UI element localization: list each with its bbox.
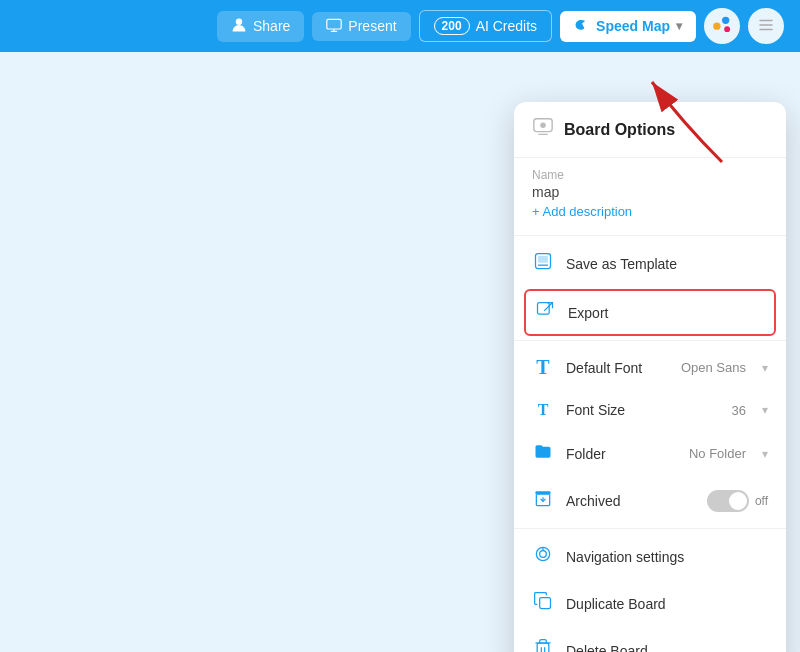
svg-rect-8	[759, 24, 773, 26]
ai-credits-count: 200	[434, 17, 470, 35]
svg-rect-1	[327, 19, 341, 29]
add-description-button[interactable]: + Add description	[532, 204, 768, 219]
present-label: Present	[348, 18, 396, 34]
duplicate-board-icon	[532, 591, 554, 616]
folder-icon	[532, 441, 554, 466]
board-options-icon	[757, 16, 775, 37]
svg-rect-9	[759, 28, 773, 30]
user-avatar-button[interactable]	[704, 8, 740, 44]
speed-map-button[interactable]: Speed Map ▾	[560, 11, 696, 42]
navigation-settings-icon	[532, 544, 554, 569]
name-section: Name map + Add description	[514, 158, 786, 231]
share-icon	[231, 17, 247, 36]
svg-point-4	[713, 22, 720, 29]
present-button[interactable]: Present	[312, 12, 410, 41]
default-font-arrow: ▾	[762, 361, 768, 375]
export-icon	[534, 300, 556, 325]
svg-line-17	[544, 303, 552, 311]
font-size-value: 36	[732, 403, 746, 418]
present-icon	[326, 18, 342, 35]
export-item[interactable]: Export	[524, 289, 776, 336]
svg-point-5	[722, 16, 729, 23]
default-font-value: Open Sans	[681, 360, 746, 375]
svg-point-12	[540, 122, 546, 128]
svg-point-0	[236, 18, 242, 24]
save-template-icon	[532, 251, 554, 276]
ai-credits-label: AI Credits	[476, 18, 537, 34]
speed-map-icon	[574, 17, 590, 36]
duplicate-board-item[interactable]: Duplicate Board	[514, 580, 786, 627]
save-template-item[interactable]: Save as Template	[514, 240, 786, 287]
main-content: Board Options Name map + Add description…	[0, 52, 800, 652]
svg-point-21	[540, 551, 547, 558]
board-options-icon-button[interactable]	[748, 8, 784, 44]
board-options-panel: Board Options Name map + Add description…	[514, 102, 786, 652]
font-size-icon: T	[532, 401, 554, 419]
default-font-item[interactable]: T Default Font Open Sans ▾	[514, 345, 786, 390]
panel-title: Board Options	[564, 121, 675, 139]
archived-item[interactable]: Archived off	[514, 477, 786, 524]
svg-rect-23	[540, 598, 551, 609]
save-template-label: Save as Template	[566, 256, 768, 272]
svg-rect-14	[538, 256, 548, 263]
share-label: Share	[253, 18, 290, 34]
name-value: map	[532, 184, 768, 200]
navigation-settings-item[interactable]: Navigation settings	[514, 533, 786, 580]
archived-label: Archived	[566, 493, 695, 509]
folder-value: No Folder	[689, 446, 746, 461]
panel-header: Board Options	[514, 102, 786, 158]
speed-map-label: Speed Map	[596, 18, 670, 34]
font-size-label: Font Size	[566, 402, 720, 418]
svg-point-6	[724, 26, 730, 32]
divider-3	[514, 528, 786, 529]
divider-1	[514, 235, 786, 236]
folder-arrow: ▾	[762, 447, 768, 461]
font-size-arrow: ▾	[762, 403, 768, 417]
font-size-item[interactable]: T Font Size 36 ▾	[514, 390, 786, 430]
navbar: Share Present 200 AI Credits Speed Map ▾	[0, 0, 800, 52]
divider-2	[514, 340, 786, 341]
default-font-label: Default Font	[566, 360, 669, 376]
archived-toggle-wrap[interactable]: off	[707, 490, 768, 512]
delete-board-item[interactable]: Delete Board	[514, 627, 786, 652]
folder-item[interactable]: Folder No Folder ▾	[514, 430, 786, 477]
speed-map-dropdown-icon: ▾	[676, 19, 682, 33]
archived-toggle[interactable]	[707, 490, 749, 512]
svg-rect-18	[536, 491, 551, 494]
export-label: Export	[568, 305, 766, 321]
share-button[interactable]: Share	[217, 11, 304, 42]
navigation-settings-label: Navigation settings	[566, 549, 768, 565]
navbar-right: Share Present 200 AI Credits Speed Map ▾	[217, 8, 784, 44]
archived-icon	[532, 488, 554, 513]
folder-label: Folder	[566, 446, 677, 462]
default-font-icon: T	[532, 356, 554, 379]
panel-header-icon	[532, 116, 554, 143]
duplicate-board-label: Duplicate Board	[566, 596, 768, 612]
dots-icon	[711, 13, 733, 40]
delete-board-icon	[532, 638, 554, 652]
svg-rect-24	[537, 643, 549, 652]
svg-rect-7	[759, 19, 773, 21]
archived-toggle-label: off	[755, 494, 768, 508]
delete-board-label: Delete Board	[566, 643, 768, 653]
name-label: Name	[532, 168, 768, 182]
ai-credits-button[interactable]: 200 AI Credits	[419, 10, 553, 42]
